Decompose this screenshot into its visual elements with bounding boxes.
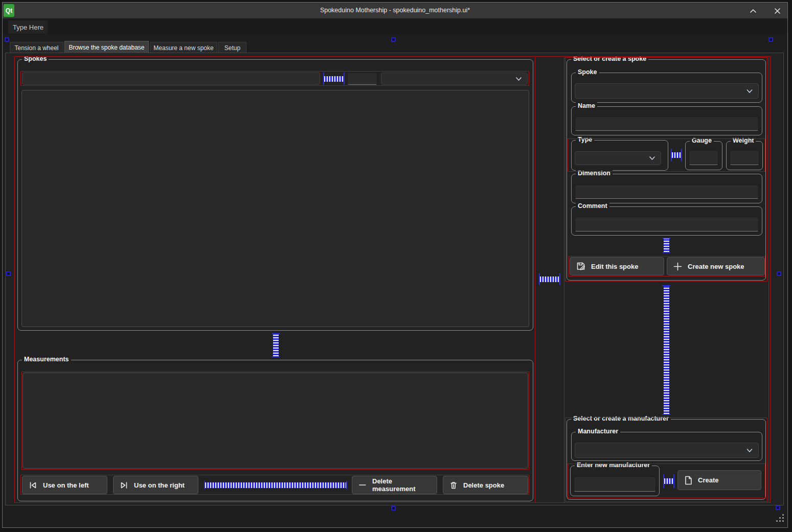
manufacturer-label: Manufacturer (576, 428, 620, 435)
manufacturer-editor-title: Select or create a manufacturer (571, 415, 671, 422)
size-grip[interactable] (776, 514, 785, 523)
drag-handle-top-left[interactable] (5, 37, 9, 42)
tab-measure-new-spoke[interactable]: Measure a new spoke (150, 42, 217, 53)
chevron-down-icon (515, 77, 522, 81)
create-manufacturer-button[interactable]: Create (677, 470, 761, 490)
right-column-vertical-spacer[interactable] (662, 285, 670, 415)
spoke-editor-vertical-spacer[interactable] (663, 238, 670, 253)
chevron-up-icon (750, 8, 757, 13)
skip-right-icon (120, 481, 128, 490)
edit-this-spoke-label: Edit this spoke (591, 263, 638, 270)
spoke-editor-title: Select or create a spoke (571, 55, 648, 62)
tab-setup[interactable]: Setup (218, 42, 246, 53)
spoke-combobox[interactable] (575, 83, 759, 99)
skip-left-icon (29, 481, 37, 490)
spoke-filter-combobox[interactable] (381, 73, 528, 85)
tab-browse-spoke-database[interactable]: Browse the spoke database (64, 41, 149, 53)
use-on-right-button[interactable]: Use on the right (113, 476, 198, 494)
create-manufacturer-label: Create (698, 476, 718, 484)
delete-measurement-label: Delete measurement (372, 477, 437, 493)
use-on-right-label: Use on the right (134, 481, 185, 489)
delete-spoke-button[interactable]: Delete spoke (443, 476, 528, 494)
gauge-input[interactable] (689, 150, 718, 165)
close-button[interactable] (769, 5, 785, 17)
close-icon (774, 8, 781, 14)
drag-handle-top-center[interactable] (391, 37, 396, 42)
name-label: Name (576, 102, 597, 109)
create-new-spoke-label: Create new spoke (688, 263, 744, 270)
use-on-left-button[interactable]: Use on the left (22, 476, 107, 494)
filter-small-input[interactable] (347, 73, 377, 85)
weight-input[interactable] (730, 150, 759, 165)
spokes-table[interactable] (21, 90, 529, 327)
new-manufacturer-label: Enter new manufacturer (575, 461, 652, 469)
qt-designer-form: { "window": { "title": "Spokeduino Mothe… (0, 0, 792, 532)
comment-input[interactable] (575, 217, 759, 232)
menu-bar: Type Here (3, 18, 787, 34)
filter-horizontal-spacer[interactable] (323, 73, 345, 85)
comment-label: Comment (576, 202, 609, 210)
manufacturer-horizontal-spacer[interactable] (663, 474, 674, 488)
save-edit-icon (576, 262, 585, 271)
minus-icon (358, 481, 367, 489)
chevron-down-icon (746, 89, 753, 94)
left-vertical-spacer[interactable] (272, 333, 280, 357)
name-input[interactable] (575, 117, 759, 131)
use-on-left-label: Use on the left (43, 481, 89, 489)
drag-handle-left-middle[interactable] (6, 271, 11, 276)
gauge-label: Gauge (690, 137, 714, 144)
menu-type-here[interactable]: Type Here (8, 20, 48, 34)
manufacturer-combobox[interactable] (575, 443, 759, 458)
chevron-down-icon (746, 448, 753, 453)
drag-handle-bottom-center[interactable] (391, 506, 396, 511)
chevron-down-icon (649, 156, 655, 160)
minimize-button[interactable] (745, 5, 761, 17)
drag-handle-top-right[interactable] (768, 37, 773, 42)
measurements-group-title: Measurements (22, 356, 71, 363)
edit-this-spoke-button[interactable]: Edit this spoke (570, 257, 664, 275)
dimension-input[interactable] (575, 184, 759, 199)
delete-measurement-button[interactable]: Delete measurement (352, 476, 437, 494)
qt-logo-icon: Qt (4, 4, 14, 17)
delete-spoke-label: Delete spoke (463, 481, 504, 489)
plus-icon (673, 262, 682, 271)
measurements-table[interactable] (22, 373, 528, 469)
bottom-horizontal-spacer[interactable] (204, 481, 347, 489)
new-manufacturer-input[interactable] (574, 476, 656, 492)
spoke-filter-input[interactable] (22, 72, 320, 85)
spokes-group-title: Spokes (22, 55, 49, 62)
weight-label: Weight (731, 137, 756, 144)
title-bar: Qt Spokeduino Mothership - spokeduino_mo… (3, 3, 787, 18)
drag-handle-right-middle[interactable] (777, 271, 781, 276)
new-file-icon (684, 476, 692, 485)
trash-icon (449, 481, 458, 490)
dimension-label: Dimension (576, 170, 613, 177)
type-gauge-spacer[interactable] (671, 149, 682, 161)
drag-handle-bottom-right[interactable] (776, 505, 780, 510)
create-new-spoke-button[interactable]: Create new spoke (667, 257, 765, 275)
tab-tension-a-wheel[interactable]: Tension a wheel (10, 42, 63, 53)
type-label: Type (576, 136, 594, 143)
spoke-label: Spoke (576, 68, 599, 76)
type-combobox[interactable] (575, 151, 661, 165)
window-title: Spokeduino Mothership - spokeduino_mothe… (3, 3, 787, 18)
column-horizontal-spacer[interactable] (539, 273, 560, 285)
